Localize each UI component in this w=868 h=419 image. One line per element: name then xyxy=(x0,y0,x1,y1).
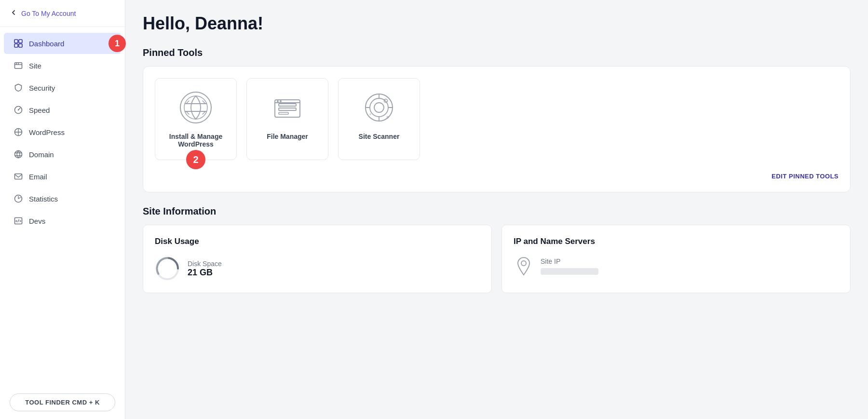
sidebar-item-security[interactable]: Security xyxy=(4,77,121,98)
svg-point-11 xyxy=(15,151,22,158)
svg-point-30 xyxy=(521,261,526,266)
svg-rect-1 xyxy=(19,40,22,43)
disk-usage-row: Disk Space 21 GB xyxy=(155,256,480,281)
tool-card-site-scanner[interactable]: Site Scanner xyxy=(338,78,420,160)
svg-rect-3 xyxy=(19,44,22,47)
site-info-grid: Disk Usage Disk Space 21 GB IP and Name … xyxy=(143,225,851,293)
sidebar-item-wordpress[interactable]: WordPress xyxy=(4,122,121,143)
ip-info: Site IP xyxy=(541,257,598,275)
security-icon xyxy=(14,83,23,93)
disk-usage-card: Disk Usage Disk Space 21 GB xyxy=(143,225,492,293)
svg-point-15 xyxy=(180,92,211,123)
speed-icon xyxy=(14,105,23,115)
tool-card-wordpress[interactable]: Install & Manage WordPress 2 xyxy=(155,78,237,160)
disk-space-label: Disk Space xyxy=(188,260,222,268)
sidebar-item-label: Domain xyxy=(29,150,54,159)
tool-badge-2: 2 xyxy=(186,150,205,169)
dashboard-icon xyxy=(14,39,23,48)
svg-rect-12 xyxy=(15,174,22,179)
ip-name-servers-card: IP and Name Servers Site IP xyxy=(502,225,851,293)
svg-point-25 xyxy=(374,103,384,112)
site-scanner-tool-icon xyxy=(362,90,396,125)
svg-point-27 xyxy=(387,116,389,119)
tool-finder-button[interactable]: TOOL FINDER CMD + K xyxy=(10,393,115,411)
tool-card-file-manager[interactable]: File Manager xyxy=(246,78,328,160)
disk-space-value: 21 GB xyxy=(188,268,222,278)
back-arrow-icon xyxy=(10,9,17,18)
svg-point-21 xyxy=(277,100,279,102)
dashboard-badge: 1 xyxy=(108,35,126,52)
pinned-tools-title: Pinned Tools xyxy=(143,47,851,58)
sidebar: Go To My Account Dashboard 1 xyxy=(0,0,125,419)
tool-label-file-manager: File Manager xyxy=(267,133,308,140)
site-info-title: Site Information xyxy=(143,206,851,217)
sidebar-item-label: Devs xyxy=(29,217,45,225)
email-icon xyxy=(14,172,23,181)
location-pin-icon xyxy=(514,256,534,276)
disk-usage-chart xyxy=(155,256,180,281)
sidebar-item-speed[interactable]: Speed xyxy=(4,99,121,121)
tool-label-site-scanner: Site Scanner xyxy=(359,133,400,140)
sidebar-item-dashboard[interactable]: Dashboard 1 xyxy=(4,33,121,54)
sidebar-item-label: Security xyxy=(29,84,55,92)
svg-rect-18 xyxy=(279,104,296,106)
svg-point-22 xyxy=(280,100,282,102)
domain-icon xyxy=(14,149,23,159)
file-manager-tool-icon xyxy=(270,90,305,125)
statistics-icon xyxy=(14,194,23,203)
sidebar-item-label: Statistics xyxy=(29,195,58,203)
page-title: Hello, Deanna! xyxy=(143,14,851,34)
sidebar-item-domain[interactable]: Domain xyxy=(4,144,121,165)
site-icon xyxy=(14,61,23,70)
sidebar-item-label: WordPress xyxy=(29,128,65,136)
sidebar-item-label: Email xyxy=(29,173,47,181)
edit-pinned-tools-container: EDIT PINNED TOOLS xyxy=(155,172,839,180)
pinned-tools-card: Install & Manage WordPress 2 Fi xyxy=(143,66,851,192)
tool-label-wordpress: Install & Manage WordPress xyxy=(163,133,229,148)
svg-point-28 xyxy=(369,113,371,115)
wordpress-icon xyxy=(14,127,23,137)
pinned-tools-grid: Install & Manage WordPress 2 Fi xyxy=(155,78,839,160)
sidebar-item-site[interactable]: Site xyxy=(4,55,121,76)
back-to-account-link[interactable]: Go To My Account xyxy=(0,0,125,27)
wordpress-tool-icon xyxy=(178,90,213,125)
sidebar-item-email[interactable]: Email xyxy=(4,166,121,187)
svg-rect-0 xyxy=(14,40,18,43)
svg-point-16 xyxy=(184,96,207,119)
sidebar-item-label: Dashboard xyxy=(29,40,64,48)
svg-rect-2 xyxy=(14,44,18,47)
svg-point-9 xyxy=(18,109,19,110)
sidebar-item-statistics[interactable]: Statistics xyxy=(4,188,121,209)
devs-icon xyxy=(14,216,23,226)
svg-point-24 xyxy=(370,98,388,117)
main-content: Hello, Deanna! Pinned Tools Install & Ma… xyxy=(125,0,868,419)
sidebar-item-devs[interactable]: Devs xyxy=(4,210,121,231)
ip-servers-title: IP and Name Servers xyxy=(514,237,839,246)
site-ip-label: Site IP xyxy=(541,257,598,265)
svg-rect-19 xyxy=(279,108,296,110)
disk-info: Disk Space 21 GB xyxy=(188,260,222,278)
edit-pinned-tools-link[interactable]: EDIT PINNED TOOLS xyxy=(772,173,839,180)
sidebar-nav: Dashboard 1 Site Security xyxy=(0,27,125,386)
disk-usage-title: Disk Usage xyxy=(155,237,480,246)
back-link-label: Go To My Account xyxy=(21,10,76,17)
ip-row: Site IP xyxy=(514,256,839,276)
site-ip-value xyxy=(541,268,598,275)
sidebar-item-label: Speed xyxy=(29,106,50,114)
sidebar-item-label: Site xyxy=(29,62,41,70)
svg-rect-20 xyxy=(279,112,288,114)
